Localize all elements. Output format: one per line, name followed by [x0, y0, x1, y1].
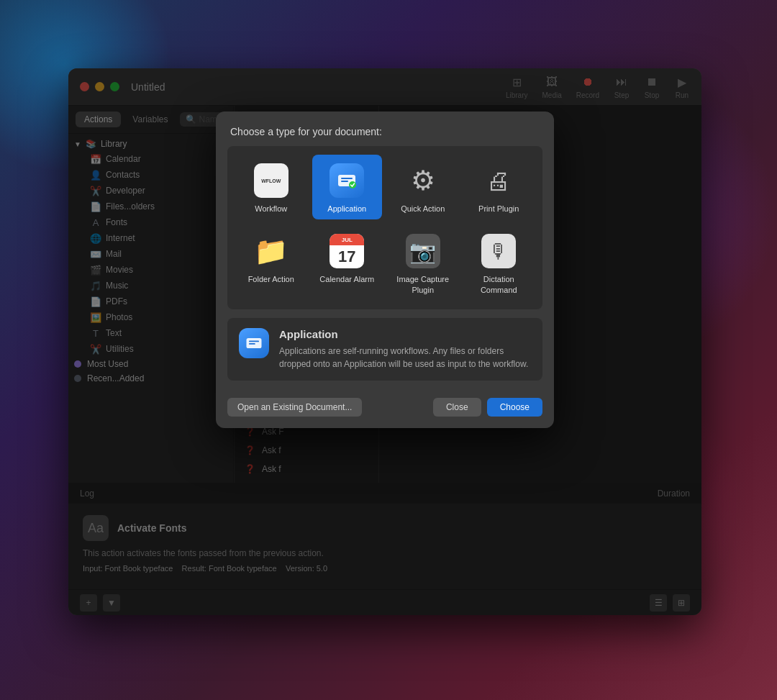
- open-existing-button[interactable]: Open an Existing Document...: [227, 398, 362, 417]
- calendar-day: 17: [330, 245, 364, 268]
- type-folder-action-label: Folder Action: [248, 274, 294, 284]
- dictation-type-icon: 🎙: [480, 232, 517, 270]
- modal-footer: Open an Existing Document... Close Choos…: [216, 389, 554, 428]
- folder-icon: 📁: [254, 234, 288, 268]
- type-image-capture[interactable]: 📷 Image Capture Plugin: [388, 225, 458, 301]
- mic-icon: 🎙: [481, 234, 516, 268]
- type-image-capture-label: Image Capture Plugin: [392, 274, 454, 295]
- type-description-panel: Application Applications are self-runnin…: [227, 318, 542, 381]
- content-area: Actions Variables 🔍 Name ▼ 📚 Library 📅 C: [68, 106, 701, 483]
- calendar-month: JUL: [330, 234, 364, 245]
- application-icon: [330, 163, 364, 198]
- type-folder-action[interactable]: 📁 Folder Action: [236, 225, 306, 301]
- type-print-plugin-label: Print Plugin: [478, 204, 519, 214]
- selected-type-icon: [239, 328, 269, 358]
- type-description-content: Application Applications are self-runnin…: [279, 328, 531, 371]
- main-window: Untitled ⊞ Library 🖼 Media ⏺ Record ⏭ St…: [68, 68, 701, 615]
- type-grid: Workflow: [227, 146, 542, 309]
- image-capture-type-icon: 📷: [404, 232, 442, 270]
- svg-rect-1: [341, 178, 353, 179]
- type-calendar-alarm[interactable]: JUL 17 Calendar Alarm: [312, 225, 383, 301]
- choose-button[interactable]: Choose: [487, 398, 542, 417]
- modal-dialog: Choose a type for your document: Workflo…: [216, 112, 554, 428]
- workflow-canvas: Choose a type for your document: Workflo…: [379, 106, 701, 483]
- svg-rect-5: [249, 340, 259, 342]
- calendar-icon: JUL 17: [330, 234, 364, 268]
- type-dictation[interactable]: 🎙 Dictation Command: [464, 225, 535, 301]
- selected-type-description: Applications are self-running workflows.…: [279, 345, 531, 371]
- gear-icon: ⚙: [406, 163, 440, 198]
- svg-rect-6: [249, 343, 255, 345]
- modal-header: Choose a type for your document:: [216, 112, 554, 146]
- desc-app-svg: [244, 333, 264, 353]
- type-application[interactable]: Application: [312, 155, 383, 219]
- quick-action-type-icon: ⚙: [404, 162, 442, 199]
- type-quick-action-label: Quick Action: [401, 204, 445, 214]
- svg-point-3: [349, 181, 356, 188]
- app-svg: [335, 169, 358, 192]
- workflow-icon: [254, 163, 288, 198]
- type-application-label: Application: [327, 204, 366, 214]
- modal-overlay: Choose a type for your document: Workflo…: [68, 106, 701, 483]
- type-quick-action[interactable]: ⚙ Quick Action: [388, 155, 458, 219]
- type-dictation-label: Dictation Command: [468, 274, 530, 295]
- application-type-icon: [328, 162, 365, 199]
- calendar-alarm-type-icon: JUL 17: [328, 232, 365, 270]
- printer-icon: 🖨: [481, 163, 516, 198]
- type-workflow[interactable]: Workflow: [236, 155, 306, 219]
- svg-rect-2: [341, 181, 348, 182]
- workflow-type-icon: [253, 162, 290, 199]
- camera-icon: 📷: [406, 234, 440, 268]
- type-calendar-alarm-label: Calendar Alarm: [319, 274, 374, 284]
- folder-action-type-icon: 📁: [253, 232, 290, 270]
- type-workflow-label: Workflow: [255, 204, 287, 214]
- type-print-plugin[interactable]: 🖨 Print Plugin: [464, 155, 535, 219]
- print-plugin-type-icon: 🖨: [480, 162, 517, 199]
- selected-type-title: Application: [279, 328, 531, 340]
- close-button[interactable]: Close: [433, 398, 481, 417]
